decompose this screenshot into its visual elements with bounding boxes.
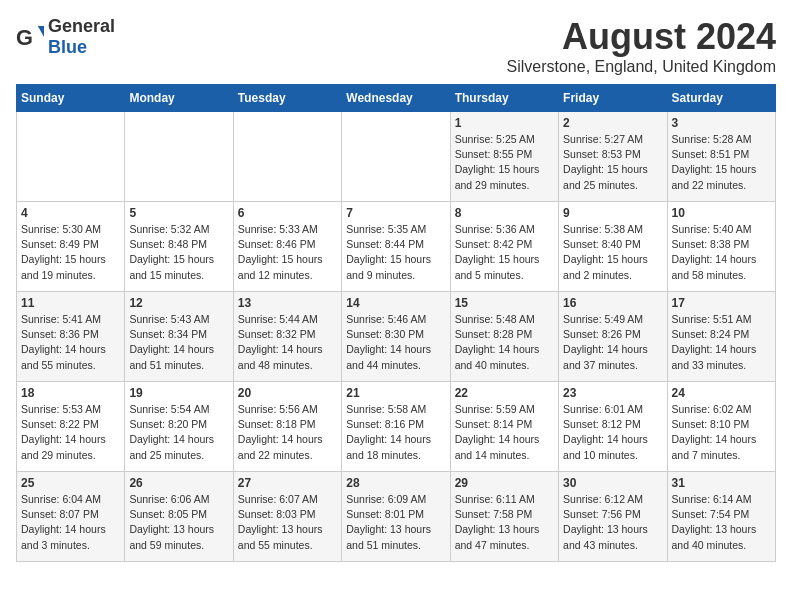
calendar-cell: 5Sunrise: 5:32 AM Sunset: 8:48 PM Daylig… (125, 202, 233, 292)
day-number: 31 (672, 476, 771, 490)
calendar-cell: 23Sunrise: 6:01 AM Sunset: 8:12 PM Dayli… (559, 382, 667, 472)
day-info: Sunrise: 5:32 AM Sunset: 8:48 PM Dayligh… (129, 222, 228, 283)
calendar-header: SundayMondayTuesdayWednesdayThursdayFrid… (17, 85, 776, 112)
calendar-cell: 28Sunrise: 6:09 AM Sunset: 8:01 PM Dayli… (342, 472, 450, 562)
day-info: Sunrise: 5:30 AM Sunset: 8:49 PM Dayligh… (21, 222, 120, 283)
day-number: 12 (129, 296, 228, 310)
calendar-cell: 7Sunrise: 5:35 AM Sunset: 8:44 PM Daylig… (342, 202, 450, 292)
svg-text:G: G (16, 25, 33, 50)
weekday-header: Monday (125, 85, 233, 112)
day-info: Sunrise: 6:12 AM Sunset: 7:56 PM Dayligh… (563, 492, 662, 553)
day-info: Sunrise: 5:35 AM Sunset: 8:44 PM Dayligh… (346, 222, 445, 283)
day-info: Sunrise: 6:01 AM Sunset: 8:12 PM Dayligh… (563, 402, 662, 463)
calendar-cell: 11Sunrise: 5:41 AM Sunset: 8:36 PM Dayli… (17, 292, 125, 382)
weekday-header: Saturday (667, 85, 775, 112)
day-number: 22 (455, 386, 554, 400)
calendar-cell: 20Sunrise: 5:56 AM Sunset: 8:18 PM Dayli… (233, 382, 341, 472)
month-title: August 2024 (507, 16, 777, 58)
day-number: 10 (672, 206, 771, 220)
logo-text-blue: Blue (48, 37, 87, 57)
calendar-cell: 15Sunrise: 5:48 AM Sunset: 8:28 PM Dayli… (450, 292, 558, 382)
calendar-cell (233, 112, 341, 202)
title-block: August 2024 Silverstone, England, United… (507, 16, 777, 76)
day-info: Sunrise: 6:14 AM Sunset: 7:54 PM Dayligh… (672, 492, 771, 553)
day-number: 15 (455, 296, 554, 310)
day-info: Sunrise: 5:59 AM Sunset: 8:14 PM Dayligh… (455, 402, 554, 463)
calendar-cell: 27Sunrise: 6:07 AM Sunset: 8:03 PM Dayli… (233, 472, 341, 562)
day-number: 8 (455, 206, 554, 220)
calendar-cell: 16Sunrise: 5:49 AM Sunset: 8:26 PM Dayli… (559, 292, 667, 382)
calendar-cell: 18Sunrise: 5:53 AM Sunset: 8:22 PM Dayli… (17, 382, 125, 472)
day-number: 23 (563, 386, 662, 400)
day-info: Sunrise: 6:02 AM Sunset: 8:10 PM Dayligh… (672, 402, 771, 463)
day-info: Sunrise: 6:07 AM Sunset: 8:03 PM Dayligh… (238, 492, 337, 553)
calendar-cell: 29Sunrise: 6:11 AM Sunset: 7:58 PM Dayli… (450, 472, 558, 562)
svg-marker-1 (38, 26, 44, 37)
calendar-cell (125, 112, 233, 202)
day-number: 9 (563, 206, 662, 220)
location-title: Silverstone, England, United Kingdom (507, 58, 777, 76)
weekday-header: Thursday (450, 85, 558, 112)
calendar-cell: 1Sunrise: 5:25 AM Sunset: 8:55 PM Daylig… (450, 112, 558, 202)
calendar-cell: 2Sunrise: 5:27 AM Sunset: 8:53 PM Daylig… (559, 112, 667, 202)
calendar-cell: 8Sunrise: 5:36 AM Sunset: 8:42 PM Daylig… (450, 202, 558, 292)
day-number: 20 (238, 386, 337, 400)
calendar-cell: 14Sunrise: 5:46 AM Sunset: 8:30 PM Dayli… (342, 292, 450, 382)
calendar-cell: 9Sunrise: 5:38 AM Sunset: 8:40 PM Daylig… (559, 202, 667, 292)
day-info: Sunrise: 5:46 AM Sunset: 8:30 PM Dayligh… (346, 312, 445, 373)
day-info: Sunrise: 6:09 AM Sunset: 8:01 PM Dayligh… (346, 492, 445, 553)
day-number: 6 (238, 206, 337, 220)
day-info: Sunrise: 5:58 AM Sunset: 8:16 PM Dayligh… (346, 402, 445, 463)
day-info: Sunrise: 5:48 AM Sunset: 8:28 PM Dayligh… (455, 312, 554, 373)
calendar-cell: 31Sunrise: 6:14 AM Sunset: 7:54 PM Dayli… (667, 472, 775, 562)
calendar-cell: 21Sunrise: 5:58 AM Sunset: 8:16 PM Dayli… (342, 382, 450, 472)
day-info: Sunrise: 5:56 AM Sunset: 8:18 PM Dayligh… (238, 402, 337, 463)
calendar-cell (342, 112, 450, 202)
day-number: 30 (563, 476, 662, 490)
calendar-cell: 30Sunrise: 6:12 AM Sunset: 7:56 PM Dayli… (559, 472, 667, 562)
calendar-table: SundayMondayTuesdayWednesdayThursdayFrid… (16, 84, 776, 562)
day-info: Sunrise: 6:11 AM Sunset: 7:58 PM Dayligh… (455, 492, 554, 553)
day-number: 11 (21, 296, 120, 310)
day-info: Sunrise: 5:53 AM Sunset: 8:22 PM Dayligh… (21, 402, 120, 463)
calendar-cell: 26Sunrise: 6:06 AM Sunset: 8:05 PM Dayli… (125, 472, 233, 562)
day-info: Sunrise: 5:54 AM Sunset: 8:20 PM Dayligh… (129, 402, 228, 463)
calendar-cell: 25Sunrise: 6:04 AM Sunset: 8:07 PM Dayli… (17, 472, 125, 562)
calendar-cell: 6Sunrise: 5:33 AM Sunset: 8:46 PM Daylig… (233, 202, 341, 292)
calendar-cell: 19Sunrise: 5:54 AM Sunset: 8:20 PM Dayli… (125, 382, 233, 472)
day-number: 28 (346, 476, 445, 490)
weekday-header: Sunday (17, 85, 125, 112)
day-number: 2 (563, 116, 662, 130)
calendar-cell: 22Sunrise: 5:59 AM Sunset: 8:14 PM Dayli… (450, 382, 558, 472)
day-info: Sunrise: 5:28 AM Sunset: 8:51 PM Dayligh… (672, 132, 771, 193)
day-info: Sunrise: 5:25 AM Sunset: 8:55 PM Dayligh… (455, 132, 554, 193)
weekday-header: Friday (559, 85, 667, 112)
day-number: 19 (129, 386, 228, 400)
day-number: 27 (238, 476, 337, 490)
day-number: 16 (563, 296, 662, 310)
logo-text-general: General (48, 16, 115, 36)
calendar-cell (17, 112, 125, 202)
day-info: Sunrise: 5:49 AM Sunset: 8:26 PM Dayligh… (563, 312, 662, 373)
day-info: Sunrise: 6:06 AM Sunset: 8:05 PM Dayligh… (129, 492, 228, 553)
calendar-cell: 4Sunrise: 5:30 AM Sunset: 8:49 PM Daylig… (17, 202, 125, 292)
calendar-cell: 24Sunrise: 6:02 AM Sunset: 8:10 PM Dayli… (667, 382, 775, 472)
day-number: 7 (346, 206, 445, 220)
logo: G General Blue (16, 16, 115, 58)
day-info: Sunrise: 6:04 AM Sunset: 8:07 PM Dayligh… (21, 492, 120, 553)
day-number: 1 (455, 116, 554, 130)
logo-icon: G (16, 23, 44, 51)
day-info: Sunrise: 5:44 AM Sunset: 8:32 PM Dayligh… (238, 312, 337, 373)
weekday-header: Tuesday (233, 85, 341, 112)
day-number: 14 (346, 296, 445, 310)
day-number: 29 (455, 476, 554, 490)
day-info: Sunrise: 5:36 AM Sunset: 8:42 PM Dayligh… (455, 222, 554, 283)
day-info: Sunrise: 5:41 AM Sunset: 8:36 PM Dayligh… (21, 312, 120, 373)
day-info: Sunrise: 5:38 AM Sunset: 8:40 PM Dayligh… (563, 222, 662, 283)
day-number: 13 (238, 296, 337, 310)
day-number: 5 (129, 206, 228, 220)
day-number: 24 (672, 386, 771, 400)
day-number: 21 (346, 386, 445, 400)
page-header: G General Blue August 2024 Silverstone, … (16, 16, 776, 76)
calendar-cell: 3Sunrise: 5:28 AM Sunset: 8:51 PM Daylig… (667, 112, 775, 202)
